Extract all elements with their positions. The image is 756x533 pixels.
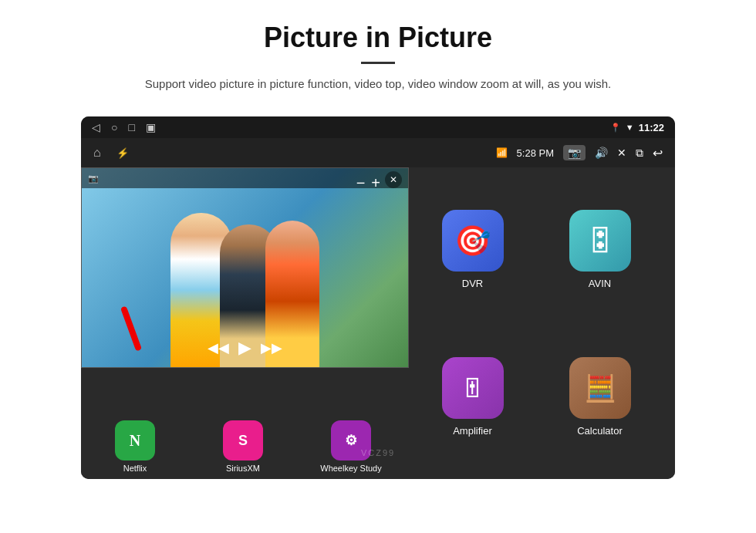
- pip-minus-btn[interactable]: −: [356, 174, 366, 192]
- netflix-app-item[interactable]: N Netflix: [81, 420, 189, 473]
- pip-playback-controls[interactable]: ◀◀ ▶ ▶▶: [208, 338, 282, 358]
- status-time: 11:22: [639, 122, 664, 133]
- main-content: 📷 − + ✕ ◀◀ ▶ ▶▶ N Netflix: [81, 167, 675, 479]
- screenshot-nav-icon[interactable]: ▣: [146, 121, 156, 133]
- pip-plus-btn[interactable]: +: [371, 174, 380, 192]
- app-grid: 🎯 DVR 🎛 AVIN 🎚 Amplifier: [397, 167, 675, 479]
- bottom-app-row: N Netflix S SiriusXM ⚙ Wheelkey Study: [81, 433, 405, 479]
- pip-container[interactable]: 📷 − + ✕ ◀◀ ▶ ▶▶: [81, 167, 409, 368]
- amplifier-icon-symbol: 🎚: [460, 373, 486, 403]
- status-bar-left: ◁ ○ □ ▣: [92, 121, 156, 133]
- app-toolbar: ⌂ ⚡ 📶 5:28 PM 📷 🔊 ✕ ⧉ ↩: [81, 138, 675, 167]
- toolbar-left: ⌂ ⚡: [93, 146, 129, 160]
- pip-resize-controls[interactable]: − +: [356, 174, 380, 192]
- dvr-app-item[interactable]: 🎯 DVR: [413, 180, 532, 319]
- home-nav-icon[interactable]: ○: [111, 121, 117, 133]
- home-icon[interactable]: ⌂: [93, 146, 101, 160]
- toolbar-time: 5:28 PM: [517, 147, 554, 159]
- back-icon[interactable]: ↩: [653, 146, 663, 160]
- avin-app-icon[interactable]: 🎛: [569, 210, 631, 272]
- calculator-app-label: Calculator: [577, 425, 623, 437]
- camera-toolbar-icon[interactable]: 📷: [563, 145, 586, 160]
- dvr-app-icon[interactable]: 🎯: [442, 210, 504, 272]
- sirius-app-icon[interactable]: S: [223, 420, 263, 460]
- calculator-app-item[interactable]: 🧮 Calculator: [540, 327, 660, 467]
- close-icon[interactable]: ✕: [617, 147, 626, 159]
- device-frame: ◁ ○ □ ▣ 📍 ▼ 11:22 ⌂ ⚡ 📶 5:28 PM 📷 🔊 ✕ ⧉ …: [81, 116, 675, 479]
- location-icon: 📍: [610, 123, 621, 133]
- page-title: Picture in Picture: [46, 22, 710, 54]
- avin-icon-symbol: 🎛: [586, 224, 615, 258]
- amplifier-app-label: Amplifier: [453, 425, 492, 437]
- page-subtitle: Support video picture in picture functio…: [108, 75, 648, 93]
- pip-close-btn[interactable]: ✕: [385, 171, 402, 188]
- avin-app-item[interactable]: 🎛 AVIN: [540, 180, 660, 319]
- amplifier-app-icon[interactable]: 🎚: [442, 357, 504, 419]
- pip-rewind-btn[interactable]: ◀◀: [208, 339, 229, 356]
- usb-icon: ⚡: [116, 147, 129, 159]
- avin-app-label: AVIN: [589, 278, 611, 289]
- dvr-icon-symbol: 🎯: [454, 224, 491, 258]
- sirius-app-label: SiriusXM: [226, 464, 260, 473]
- wifi-toolbar-icon: 📶: [496, 147, 508, 158]
- watermark: VCZ99: [361, 448, 395, 457]
- title-divider: [361, 62, 395, 64]
- dvr-app-label: DVR: [462, 278, 483, 289]
- netflix-app-label: Netflix: [123, 464, 147, 473]
- calculator-app-icon[interactable]: 🧮: [569, 357, 631, 419]
- volume-icon[interactable]: 🔊: [595, 147, 608, 159]
- calculator-icon-symbol: 🧮: [584, 373, 616, 403]
- toolbar-right: 📶 5:28 PM 📷 🔊 ✕ ⧉ ↩: [496, 145, 663, 160]
- wheelkey-app-label: Wheelkey Study: [320, 464, 381, 473]
- pip-mode-icon[interactable]: ⧉: [636, 147, 643, 160]
- wifi-signal-icon: ▼: [626, 123, 634, 132]
- status-bar: ◁ ○ □ ▣ 📍 ▼ 11:22: [81, 116, 675, 138]
- pip-camera-icon: 📷: [88, 174, 99, 184]
- amplifier-app-item[interactable]: 🎚 Amplifier: [413, 327, 532, 467]
- page-header: Picture in Picture Support video picture…: [0, 0, 756, 107]
- back-nav-icon[interactable]: ◁: [92, 121, 100, 133]
- status-bar-right: 📍 ▼ 11:22: [610, 122, 664, 133]
- sirius-app-item[interactable]: S SiriusXM: [189, 420, 297, 473]
- pip-close-icon: ✕: [390, 174, 397, 185]
- pip-play-btn[interactable]: ▶: [238, 338, 251, 358]
- netflix-app-icon[interactable]: N: [115, 420, 155, 460]
- recents-nav-icon[interactable]: □: [128, 121, 134, 133]
- wheelkey-app-item[interactable]: ⚙ Wheelkey Study: [297, 420, 405, 473]
- pip-forward-btn[interactable]: ▶▶: [261, 339, 282, 356]
